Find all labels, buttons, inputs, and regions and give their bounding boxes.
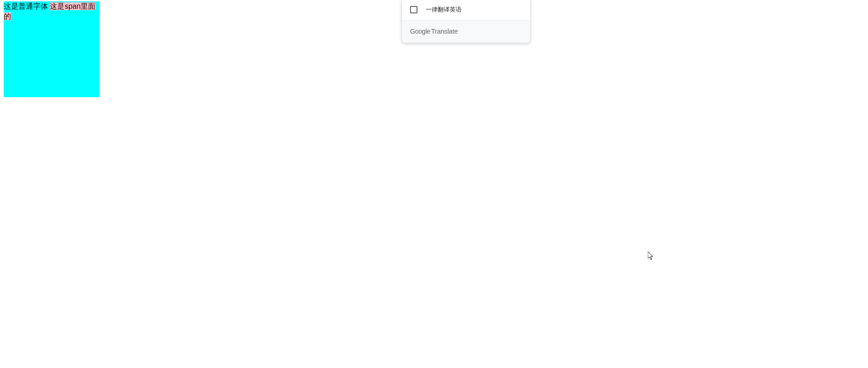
plain-text: 这是普通字体 bbox=[4, 2, 50, 10]
google-translate-logo: GoogleTranslate bbox=[410, 28, 458, 35]
always-translate-option[interactable]: 一律翻译英语 bbox=[402, 0, 530, 20]
translate-logo-text: Translate bbox=[431, 28, 458, 35]
translate-popup-footer: GoogleTranslate bbox=[402, 20, 530, 43]
google-logo-text: Google bbox=[410, 28, 430, 35]
demo-box: 这是普通字体 这是span里面的 bbox=[4, 1, 100, 97]
cursor-icon bbox=[648, 251, 654, 261]
checkbox-icon[interactable] bbox=[410, 6, 417, 13]
google-translate-popup: 一律翻译英语 GoogleTranslate bbox=[401, 0, 531, 43]
always-translate-label: 一律翻译英语 bbox=[426, 6, 462, 14]
